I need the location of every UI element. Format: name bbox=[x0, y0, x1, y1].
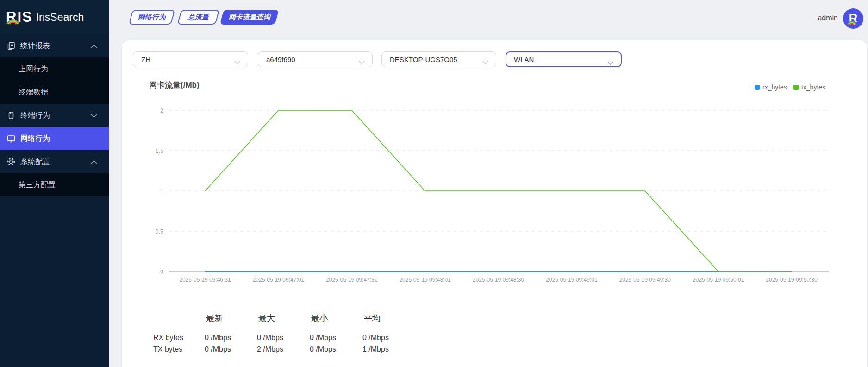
stats-table: 最新 最大 最小 平均 RX bytes 0 /Mbps 0 /Mbps 0 /… bbox=[153, 313, 413, 357]
svg-text:2025-05-19 09:48:01: 2025-05-19 09:48:01 bbox=[399, 277, 451, 283]
stats-value: 0 /Mbps bbox=[310, 334, 362, 345]
stats-value: 0 /Mbps bbox=[205, 345, 257, 357]
sidebar-item-label: 网络行为 bbox=[20, 134, 50, 144]
svg-text:2025-05-19 09:46:31: 2025-05-19 09:46:31 bbox=[179, 277, 231, 283]
tab-network-behavior[interactable]: 网络行为 bbox=[129, 10, 175, 25]
sidebar-item-network-behavior[interactable]: 网络行为 bbox=[0, 127, 109, 150]
chevron-up-icon bbox=[91, 158, 97, 166]
username[interactable]: admin bbox=[818, 14, 838, 22]
app-title: IrisSearch bbox=[36, 11, 84, 24]
tab-label: 总流量 bbox=[188, 13, 209, 22]
sidebar-item-terminal-behavior[interactable]: 终端行为 bbox=[0, 104, 109, 127]
svg-text:2025-05-19 09:49:01: 2025-05-19 09:49:01 bbox=[546, 277, 598, 283]
device-icon bbox=[6, 111, 16, 120]
stats-header: 平均 bbox=[362, 313, 413, 322]
sidebar-item-label: 终端行为 bbox=[20, 111, 50, 120]
submenu-item-label: 终端数据 bbox=[19, 88, 48, 97]
sidebar-item-system-config[interactable]: 系统配置 bbox=[0, 150, 109, 173]
chevron-down-icon bbox=[91, 111, 97, 120]
monitor-icon bbox=[6, 134, 16, 143]
gear-icon bbox=[6, 157, 16, 166]
stats-header: 最小 bbox=[310, 313, 362, 322]
tab-total-traffic[interactable]: 总流量 bbox=[177, 10, 220, 25]
sidebar-item-terminal-data[interactable]: 终端数据 bbox=[0, 81, 109, 104]
svg-text:2025-05-19 09:50:01: 2025-05-19 09:50:01 bbox=[693, 277, 744, 283]
sidebar-item-label: 统计报表 bbox=[20, 41, 50, 51]
sidebar-item-internet-behavior[interactable]: 上网行为 bbox=[0, 57, 109, 81]
stats-value: 0 /Mbps bbox=[362, 334, 413, 345]
tab-label: 网卡流量查询 bbox=[229, 13, 270, 22]
svg-text:2025-05-19 09:50:30: 2025-05-19 09:50:30 bbox=[766, 277, 818, 283]
stats-corner bbox=[153, 313, 205, 322]
stats-value: 1 /Mbps bbox=[362, 345, 413, 357]
stats-row-label: RX bytes bbox=[153, 334, 205, 345]
svg-text:2025-05-19 09:47:01: 2025-05-19 09:47:01 bbox=[253, 277, 305, 283]
submenu-item-label: 上网行为 bbox=[19, 64, 48, 74]
stats-value: 0 /Mbps bbox=[310, 345, 362, 357]
sidebar-item-third-party-config[interactable]: 第三方配置 bbox=[0, 173, 109, 196]
svg-text:0.5: 0.5 bbox=[156, 228, 163, 235]
stats-row-label: TX bytes bbox=[153, 345, 205, 357]
svg-text:1.5: 1.5 bbox=[156, 148, 163, 154]
logo-icon: RIS bbox=[6, 7, 33, 27]
svg-text:2025-05-19 09:48:30: 2025-05-19 09:48:30 bbox=[473, 277, 525, 283]
chevron-up-icon bbox=[91, 42, 97, 50]
svg-text:2: 2 bbox=[160, 108, 163, 114]
stats-value: 0 /Mbps bbox=[257, 334, 310, 345]
tab-label: 网络行为 bbox=[138, 13, 166, 22]
svg-text:1: 1 bbox=[160, 188, 163, 195]
sidebar: RIS IrisSearch 统计报表 上网行为 终端数据 bbox=[0, 0, 109, 367]
svg-text:2025-05-19 09:47:31: 2025-05-19 09:47:31 bbox=[326, 277, 378, 283]
stats-value: 0 /Mbps bbox=[205, 334, 257, 345]
svg-text:2025-05-19 09:49:30: 2025-05-19 09:49:30 bbox=[619, 277, 671, 283]
avatar[interactable]: R bbox=[843, 8, 863, 29]
svg-text:0: 0 bbox=[160, 269, 163, 275]
stats-value: 2 /Mbps bbox=[257, 345, 310, 357]
submenu-item-label: 第三方配置 bbox=[19, 180, 56, 190]
sidebar-item-statistics[interactable]: 统计报表 bbox=[0, 34, 109, 57]
tab-nic-traffic-query[interactable]: 网卡流量查询 bbox=[220, 10, 279, 25]
sidebar-item-label: 系统配置 bbox=[20, 157, 50, 167]
report-icon bbox=[6, 41, 16, 51]
main-panel: ZH a649f690 DESKTOP-UGS7O05 WLAN 网卡流量(/M… bbox=[122, 40, 867, 367]
stats-header: 最新 bbox=[205, 313, 257, 322]
stats-header: 最大 bbox=[257, 313, 310, 322]
logo: RIS IrisSearch bbox=[0, 0, 109, 34]
